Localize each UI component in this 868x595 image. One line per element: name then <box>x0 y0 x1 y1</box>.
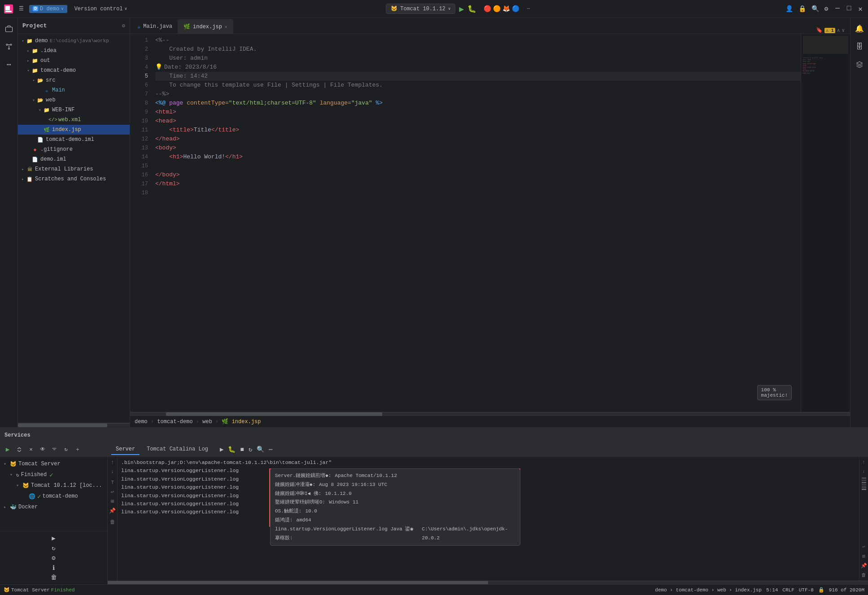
code-content[interactable]: <%-- Created by IntelliJ IDEA. User: adm… <box>152 34 801 412</box>
status-line-ending[interactable]: CRLF <box>782 587 794 593</box>
project-panel-header[interactable]: Project ⚙ <box>18 18 130 34</box>
cr-pin-btn[interactable]: 📌 <box>860 562 868 569</box>
vcs-icon[interactable] <box>852 57 867 72</box>
bookmark-icon[interactable]: 🔖 <box>816 27 823 34</box>
breadcrumb-demo[interactable]: demo <box>135 419 148 425</box>
lock-icon[interactable]: 🔒 <box>798 5 806 13</box>
svc-rerun-icon[interactable]: ↻ <box>49 543 59 553</box>
console-stop-btn[interactable]: ■ <box>239 445 244 454</box>
edge-icon[interactable]: 🔵 <box>512 5 519 13</box>
settings-icon[interactable]: ⚙ <box>824 5 828 13</box>
tomcat-server-status[interactable]: 🐱 Tomcat Server Finished <box>4 587 75 593</box>
console-trash-icon[interactable]: 🗑 <box>109 518 116 526</box>
hamburger-menu[interactable]: ☰ <box>17 4 26 14</box>
status-memory[interactable]: 916 of 2020M <box>829 587 864 593</box>
tree-item-webxml[interactable]: ▸ </> web.xml <box>18 115 130 125</box>
warning-badge[interactable]: ⚠ 1 <box>824 28 835 33</box>
version-control-selector[interactable]: Version control ∨ <box>71 5 131 13</box>
tree-item-idea[interactable]: ▸ 📁 .idea <box>18 46 130 56</box>
notifications-icon[interactable]: 🔔 <box>852 22 867 36</box>
breadcrumb-tomcat[interactable]: tomcat-demo <box>157 419 192 425</box>
project-scrollbar[interactable] <box>18 423 130 427</box>
svc-eye-btn[interactable]: 👁 <box>38 445 48 455</box>
status-lock[interactable]: 🔒 <box>818 587 824 593</box>
tab-main-java[interactable]: ☕ Main.java <box>132 19 178 34</box>
console-hscrollbar[interactable] <box>108 581 868 584</box>
svc-add-btn[interactable]: ＋ <box>73 445 83 455</box>
project-selector[interactable]: D D demo ∨ <box>29 5 67 13</box>
console-pin-icon[interactable]: 📌 <box>108 507 117 515</box>
svc-settings2-icon[interactable]: ⚙ <box>49 553 59 563</box>
tree-item-web[interactable]: ▾ 📂 web <box>18 95 130 105</box>
console-more-btn[interactable]: ⋯ <box>268 445 273 454</box>
console-scroll-top[interactable]: ⊤ <box>110 478 115 487</box>
status-encoding[interactable]: UTF-8 <box>799 587 814 593</box>
tree-item-gitignore[interactable]: ▸ ◆ .gitignore <box>18 144 130 154</box>
cr-trash-btn[interactable]: 🗑 <box>860 571 867 579</box>
svc-item-deploy[interactable]: ▸ 🌐 ✓ tomcat-demo <box>0 491 107 502</box>
minimize-button[interactable]: ─ <box>833 4 842 13</box>
console-wrap-icon[interactable]: ↩ <box>110 488 115 496</box>
tree-item-src[interactable]: ▾ 📂 src <box>18 75 130 85</box>
database-icon[interactable]: 🗄 <box>852 39 867 54</box>
tree-item-out[interactable]: ▸ 📁 out <box>18 56 130 66</box>
more-tools-icon[interactable]: ⋯ <box>2 57 16 72</box>
tree-item-demoiml[interactable]: ▸ 📄 demo.iml <box>18 154 130 164</box>
console-run-btn[interactable]: ▶ <box>219 445 224 454</box>
git-icon[interactable] <box>2 39 16 54</box>
svc-sync-btn[interactable]: ↻ <box>61 445 71 455</box>
maximize-button[interactable]: □ <box>845 4 853 13</box>
jetbrains-logo[interactable] <box>4 4 13 14</box>
tab-close-button[interactable]: ✕ <box>225 24 227 30</box>
chrome-icon[interactable]: 🟠 <box>493 5 501 13</box>
console-search-btn[interactable]: 🔍 <box>256 445 265 454</box>
tree-item-extlibs[interactable]: ▸ 🏛 External Libraries <box>18 164 130 174</box>
console-debug2-btn[interactable]: 🐛 <box>227 445 236 454</box>
svc-play-icon[interactable]: ▶ <box>49 533 59 543</box>
global-search-icon[interactable]: 🔍 <box>811 5 819 13</box>
svc-info-icon[interactable]: ℹ <box>49 563 59 573</box>
run-button[interactable]: ▶ <box>459 4 464 14</box>
cr-up-btn[interactable]: ↑ <box>861 459 866 466</box>
tab-index-jsp[interactable]: 🌿 index.jsp ✕ <box>178 19 233 34</box>
project-icon[interactable] <box>2 22 16 36</box>
svc-run-btn[interactable]: ▶ <box>3 445 13 455</box>
tree-item-webinf[interactable]: ▾ 📁 WEB-INF <box>18 105 130 115</box>
breadcrumb-indexjsp[interactable]: 🌿 index.jsp <box>222 419 261 425</box>
console-nav-down[interactable]: ↓ <box>110 468 115 476</box>
tree-item-main[interactable]: ▸ ☕ Main <box>18 85 130 95</box>
svc-collapse-btn[interactable] <box>14 445 24 455</box>
tree-item-demo[interactable]: ▾ 📁 demo E:\coding\java\workp <box>18 36 130 46</box>
cr-down-btn[interactable]: ↓ <box>861 468 866 475</box>
code-editor[interactable]: 1234 5 6789 10111213 14151617 18 <%-- Cr… <box>130 34 850 412</box>
tree-item-tomcat-demo[interactable]: ▾ 📁 tomcat-demo <box>18 66 130 75</box>
tree-item-indexjsp[interactable]: ▸ 🌿 index.jsp <box>18 125 130 135</box>
user-icon[interactable]: 👤 <box>785 5 793 13</box>
intellij-icon[interactable]: 🔴 <box>484 5 491 13</box>
warning-nav-down[interactable]: ∨ <box>842 27 845 33</box>
console-refresh-btn[interactable]: ↻ <box>248 445 253 454</box>
status-breadcrumb[interactable]: demo › tomcat-demo › web › index.jsp <box>655 587 762 593</box>
firefox-icon[interactable]: 🦊 <box>502 5 510 13</box>
cr-wrap-btn[interactable]: ↩ <box>861 543 866 551</box>
cr-filter-btn[interactable]: ⊞ <box>861 552 866 560</box>
console-content[interactable]: .bin\bootstrap.jar;D:\env\apache-tomcat-… <box>118 457 859 581</box>
breadcrumb-web[interactable]: web <box>202 419 212 425</box>
editor-hscrollbar[interactable] <box>130 412 850 416</box>
tomcat-run-config[interactable]: 🐱 Tomcat 10.1.12 ∨ <box>386 4 455 14</box>
svc-item-tomcat-server[interactable]: ▾ 🐱 Tomcat Server <box>0 459 107 469</box>
console-tab-server[interactable]: Server <box>111 444 140 455</box>
tree-item-scratches[interactable]: ▸ 📋 Scratches and Consoles <box>18 174 130 184</box>
svc-close-btn[interactable]: ✕ <box>26 445 36 455</box>
status-position[interactable]: 5:14 <box>766 587 778 593</box>
svc-item-docker[interactable]: ▸ 🐳 Docker <box>0 502 107 512</box>
svc-item-instance[interactable]: ▾ 🐱 Tomcat 10.1.12 [loc... <box>0 480 107 491</box>
svc-filter-btn[interactable] <box>49 445 59 455</box>
tree-item-iml[interactable]: ▸ 📄 tomcat-demo.iml <box>18 135 130 144</box>
close-button[interactable]: ✕ <box>856 4 864 13</box>
debug-button[interactable]: 🐛 <box>467 4 476 13</box>
warning-nav-up[interactable]: ∧ <box>837 27 840 33</box>
panel-settings-icon[interactable]: ⚙ <box>122 22 125 29</box>
console-filter2-icon[interactable]: ⊞ <box>110 497 115 506</box>
svc-trash-icon[interactable]: 🗑 <box>49 573 59 582</box>
